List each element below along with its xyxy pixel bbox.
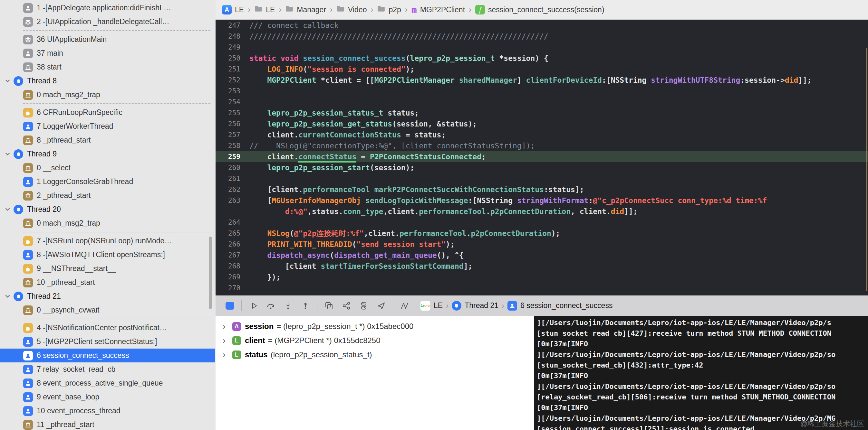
stack-frame-row[interactable]: 5 -[MGP2PClient setConnectStatus:] [0,335,215,349]
stack-frame-row[interactable]: 7 relay_socket_read_cb [0,362,215,376]
sidebar-thread-row[interactable]: Thread 21 [0,289,215,303]
sidebar-thread-row[interactable]: Thread 8 [0,74,215,88]
code-line[interactable]: 261 [216,173,868,184]
code-line[interactable]: 265 NSLog(@"p2p连接耗时:%f",client.performan… [216,228,868,239]
code-line[interactable]: 258// NSLog(@"connectionType:%@", [clien… [216,140,868,151]
line-number[interactable]: 261 [216,173,240,184]
line-number[interactable]: 249 [216,42,240,53]
line-number[interactable]: 264 [216,217,240,228]
stack-frame-row[interactable]: 2 _pthread_start [0,189,215,202]
line-number[interactable]: 257 [216,129,240,140]
line-number[interactable]: 247 [216,20,240,31]
line-number[interactable]: 267 [216,250,240,261]
code-line[interactable]: 255 lepro_p2p_session_status_t status; [216,107,868,119]
line-number[interactable]: 269 [216,272,240,283]
code-line[interactable]: 263 [MGUserInfoManagerObj sendLogTopicWi… [216,195,868,206]
line-number[interactable]: 258 [216,140,240,151]
current-execution-line[interactable]: 259 client.connectStatus = P2PConnectSta… [216,151,868,162]
line-number[interactable]: 268 [216,261,240,272]
line-number[interactable]: 266 [216,239,240,250]
line-number[interactable]: 270 [216,283,240,294]
code-line[interactable]: 257 client.currentConnectionStatus = sta… [216,129,868,140]
step-out-button[interactable] [298,299,313,312]
stack-frame-row[interactable]: 36 UIApplicationMain [0,33,215,46]
code-line[interactable]: 250static void session_connect_success(l… [216,53,868,64]
line-number[interactable]: 256 [216,119,240,129]
line-number[interactable] [216,206,240,217]
line-number[interactable]: 248 [216,31,240,42]
stack-frame-row[interactable]: 10 event_process_thread [0,404,215,418]
code-line[interactable]: 267 dispatch_async(dispatch_get_main_que… [216,250,868,261]
sidebar-thread-row[interactable]: Thread 20 [0,202,215,216]
disclosure-chevron-icon[interactable]: › [223,336,231,345]
code-line[interactable]: 268 [client startTimerForSessionStartCom… [216,261,868,272]
line-number[interactable]: 250 [216,53,240,64]
chevron-down-icon[interactable] [4,151,11,157]
line-number[interactable]: 251 [216,64,240,75]
environment-overrides-button[interactable] [357,299,371,312]
line-number[interactable]: 252 [216,75,240,86]
stack-frame-row[interactable]: 8 event_process_active_single_queue [0,376,215,390]
jumpbar-item[interactable]: p2p [377,5,401,14]
line-number[interactable]: 265 [216,228,240,239]
line-number[interactable]: 263 [216,195,240,206]
line-number[interactable]: 260 [216,162,240,173]
stack-frame-row[interactable]: 4 -[NSNotificationCenter postNotificat… [0,321,215,335]
editor-scrollbar-marker[interactable] [866,48,867,291]
code-line[interactable]: 260 lepro_p2p_session_start(session); [216,162,868,173]
code-line[interactable]: 253 [216,86,868,97]
code-line[interactable]: 264 [216,217,868,228]
simulate-location-button[interactable] [374,299,388,312]
line-number[interactable]: 255 [216,107,240,119]
variable-row[interactable]: ›Asession= (lepro_p2p_session_t *) 0x15a… [216,319,534,333]
chevron-down-icon[interactable] [4,294,11,299]
code-line[interactable]: 270 [216,283,868,294]
code-line[interactable]: d:%@",status.conn_type,client.performanc… [216,206,868,217]
debug-crumb-item[interactable]: LeproLE [420,301,443,311]
code-line[interactable]: 248/////////////////////////////////////… [216,31,868,42]
stack-frame-row[interactable]: 8 -[AWSIoTMQTTClient openStreams:] [0,248,215,262]
chevron-down-icon[interactable] [4,207,11,212]
jumpbar-item[interactable]: Manager [285,5,326,14]
code-editor[interactable]: 247/// connect callback248//////////////… [216,20,868,295]
jumpbar-item[interactable]: ALE [222,5,244,14]
stack-frame-row[interactable]: 6 CFRunLoopRunSpecific [0,106,215,120]
view-hierarchy-button[interactable] [322,299,336,312]
stack-frame-row[interactable]: 9 event_base_loop [0,390,215,404]
debug-crumb-item[interactable]: Thread 21 [452,301,498,310]
stack-frame-row[interactable]: 8 _pthread_start [0,133,215,147]
line-number[interactable]: 254 [216,97,240,107]
jumpbar-item[interactable]: mMGP2PClient [411,4,465,15]
debug-area-toggle-button[interactable] [223,299,237,312]
code-line[interactable]: 249 [216,42,868,53]
stack-frame-row[interactable]: 1 -[AppDelegate application:didFinishL… [0,1,215,15]
step-into-button[interactable] [281,299,295,312]
stack-frame-row[interactable]: 0 __select [0,161,215,175]
stack-frame-row[interactable]: 7 LoggerWorkerThread [0,120,215,133]
code-line[interactable]: 251 LOG_INFO("session is connected"); [216,64,868,75]
stack-frame-row[interactable]: 37 main [0,46,215,60]
variable-row[interactable]: ›Lclient= (MGP2PClient *) 0x155dc8250 [216,333,534,348]
backtrace-zigzag-button[interactable] [398,299,412,312]
stack-frame-row[interactable]: 38 start [0,60,215,74]
code-line[interactable]: 254 [216,97,868,107]
jumpbar-item[interactable]: fsession_connect_success(session) [475,5,604,14]
code-line[interactable]: 252 MGP2PClient *client = [[MGP2PClientM… [216,75,868,86]
stack-frame-row[interactable]: 0 mach_msg2_trap [0,88,215,102]
line-number[interactable]: 253 [216,86,240,97]
step-over-button[interactable] [264,299,278,312]
stack-frame-row[interactable]: 6 session_connect_success [0,349,215,362]
code-line[interactable]: 266 PRINT_WITH_THREADID("send session st… [216,239,868,250]
stack-frame-row[interactable]: 10 _pthread_start [0,275,215,289]
stack-frame-row[interactable]: 0 __psynch_cvwait [0,303,215,317]
variable-row[interactable]: ›Lstatus(lepro_p2p_session_status_t) [216,348,534,362]
continue-button[interactable] [246,299,260,312]
disclosure-chevron-icon[interactable]: › [223,351,231,359]
code-line[interactable]: 262 [client.performanceTool markP2PConne… [216,184,868,195]
code-line[interactable]: 269 }); [216,272,868,283]
line-number[interactable]: 262 [216,184,240,195]
code-line[interactable]: 256 lepro_p2p_session_get_status(session… [216,119,868,129]
stack-frame-row[interactable]: 1 LoggerConsoleGrabThread [0,175,215,189]
stack-frame-row[interactable]: 11 _pthread_start [0,418,215,430]
debug-crumb-item[interactable]: 6 session_connect_success [507,301,613,310]
